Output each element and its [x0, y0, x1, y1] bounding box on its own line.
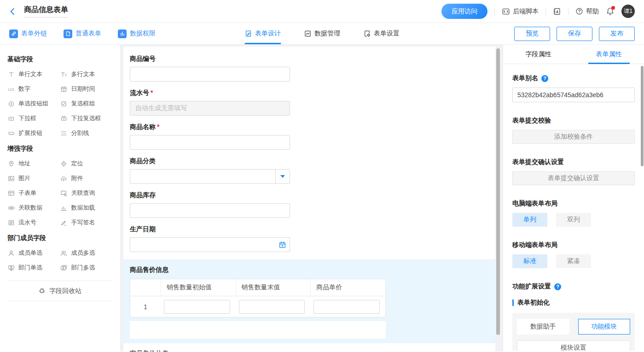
publish-button[interactable]: 发布	[599, 27, 635, 41]
pc-layout-single-column[interactable]: 单列	[512, 213, 547, 227]
app-access-button[interactable]: 应用访问	[441, 4, 487, 19]
field-item-linked-query[interactable]: 关联查询	[60, 186, 113, 200]
field-item-data-load[interactable]: 数据加载	[60, 200, 113, 215]
field-production-date[interactable]: 生产日期	[130, 224, 486, 252]
notification-bell-icon[interactable]	[606, 7, 615, 16]
field-item-dept-multi[interactable]: 部门多选	[60, 260, 113, 275]
unit-price-input[interactable]	[313, 300, 380, 314]
quick-link-label: 数据权限	[130, 29, 156, 38]
add-check-condition-button[interactable]: 添加校验条件	[512, 130, 635, 144]
save-button[interactable]: 保存	[557, 27, 592, 41]
field-item-label: 部门单选	[18, 264, 42, 272]
function-module-button[interactable]: 功能模块	[578, 319, 631, 334]
field-item-serial-number[interactable]: 流水号	[7, 215, 60, 230]
field-product-name[interactable]: 商品名称*	[130, 122, 486, 150]
product-category-select[interactable]	[130, 169, 290, 184]
back-icon[interactable]	[8, 7, 17, 16]
product-name-input[interactable]	[130, 135, 290, 150]
data-assistant-button[interactable]: 数据助手	[517, 319, 569, 334]
module-settings-button[interactable]: 模块设置	[517, 340, 630, 351]
svg-text:123: 123	[8, 87, 14, 91]
subform-icon	[7, 189, 15, 197]
field-item-image[interactable]: 图片	[7, 171, 60, 186]
subform-price-info-2[interactable]: 商品售价信息	[130, 349, 486, 352]
qty-final-input[interactable]	[239, 300, 305, 314]
field-item-checkbox-group[interactable]: 复选框组	[60, 96, 113, 111]
mobile-layout-standard[interactable]: 标准	[512, 254, 547, 268]
field-product-code[interactable]: 商品编号	[130, 54, 486, 82]
canvas-scrollbar[interactable]	[496, 48, 500, 335]
field-recycle-bin-button[interactable]: ♻ 字段回收站	[7, 281, 113, 301]
field-item-label: 复选框组	[71, 100, 95, 108]
panel-scrollbar[interactable]	[641, 66, 644, 166]
plain-form-button[interactable]: 普通表单	[64, 29, 101, 38]
field-item-multi-line-text[interactable]: 多行文本	[60, 67, 113, 82]
field-item-label: 关联数据	[18, 204, 42, 212]
mobile-layout-compact[interactable]: 紧凑	[556, 254, 591, 268]
field-item-multi-select[interactable]: 下拉复选框	[60, 111, 113, 126]
help-button[interactable]: 帮助	[575, 7, 599, 16]
tab-form-design[interactable]: 表单设计	[244, 23, 281, 44]
field-item-divider[interactable]: 分割线	[60, 126, 113, 141]
contacts-button[interactable]	[553, 7, 561, 16]
product-code-input[interactable]	[130, 67, 290, 82]
field-product-category[interactable]: 商品分类	[130, 156, 486, 184]
row-number: 1	[130, 303, 161, 311]
signature-icon	[60, 219, 68, 226]
field-product-stock[interactable]: 商品库存	[130, 190, 486, 218]
member-single-icon	[7, 249, 15, 257]
product-stock-input[interactable]	[130, 203, 290, 218]
field-item-single-line-text[interactable]: 单行文本	[7, 67, 60, 82]
field-item-number[interactable]: 123数字	[7, 82, 60, 96]
field-item-linked-data[interactable]: 关联数据	[7, 200, 60, 215]
subform-table: 销售数量初始值 销售数量末值 商品单价 1	[130, 279, 386, 317]
field-item-label: 扩展按钮	[18, 129, 42, 137]
row-number-header	[130, 279, 161, 296]
form-alias-title: 表单别名	[512, 74, 538, 82]
form-external-link-button[interactable]: 表单外链	[9, 29, 47, 38]
field-item-attachment[interactable]: 附件	[60, 171, 113, 186]
tab-field-properties[interactable]: 字段属性	[503, 45, 574, 64]
field-item-signature[interactable]: 手写签名	[60, 215, 113, 230]
form-init-box: 数据助手 功能模块 模块设置	[512, 313, 635, 351]
field-item-date-time[interactable]: 日期时间	[60, 82, 113, 96]
preview-button[interactable]: 预览	[514, 27, 550, 41]
address-icon	[7, 160, 15, 167]
data-permission-button[interactable]: 数据权限	[118, 29, 156, 38]
subform-label: 商品售价信息	[130, 349, 486, 352]
qty-initial-input[interactable]	[164, 300, 230, 314]
contacts-book-icon	[553, 7, 561, 16]
pc-layout-double-column[interactable]: 双列	[556, 213, 591, 227]
tab-form-properties[interactable]: 表单属性	[574, 45, 644, 64]
field-item-select[interactable]: 下拉框	[7, 111, 60, 126]
subform-price-info[interactable]: 商品售价信息 销售数量初始值 销售数量末值 商品单价 1	[123, 259, 495, 343]
field-item-address[interactable]: 地址	[7, 156, 60, 171]
field-item-label: 附件	[71, 174, 83, 182]
field-label: 流水号	[130, 89, 149, 96]
field-item-radio-group[interactable]: 单选按钮组	[7, 96, 60, 111]
tab-data-manage[interactable]: 数据管理	[304, 23, 340, 44]
question-circle-icon[interactable]: ?	[554, 283, 561, 290]
pc-layout-title: 电脑端表单布局	[512, 199, 635, 208]
question-circle-icon[interactable]: ?	[541, 75, 548, 82]
field-item-member-multi[interactable]: 成员多选	[60, 246, 113, 260]
field-serial-number[interactable]: 流水号* 自动生成无需填写	[130, 88, 486, 116]
backend-script-button[interactable]: 后端脚本	[502, 7, 539, 16]
field-item-label: 部门多选	[71, 264, 95, 272]
form-alias-input[interactable]: 53282b42ab65745ad62a3eb6	[512, 88, 635, 102]
calendar-icon[interactable]	[278, 241, 286, 249]
external-link-icon	[9, 29, 18, 38]
field-item-subform[interactable]: 子表单	[7, 186, 60, 200]
tab-form-settings[interactable]: 表单设置	[363, 23, 400, 44]
field-group-title: 部门成员字段	[7, 234, 113, 242]
field-item-member-single[interactable]: 成员单选	[7, 246, 60, 260]
avatar[interactable]: 谭1	[621, 5, 635, 18]
field-item-extend-button[interactable]: 扩展按钮	[7, 126, 60, 141]
number-icon: 123	[7, 85, 15, 93]
field-group-title: 增强字段	[7, 145, 113, 153]
field-item-location[interactable]: 定位	[60, 156, 113, 171]
plain-form-icon	[64, 29, 72, 38]
submit-confirm-settings-button[interactable]: 表单提交确认设置	[512, 171, 635, 185]
production-date-input[interactable]	[130, 237, 290, 252]
field-item-dept-single[interactable]: 部门单选	[7, 260, 60, 275]
